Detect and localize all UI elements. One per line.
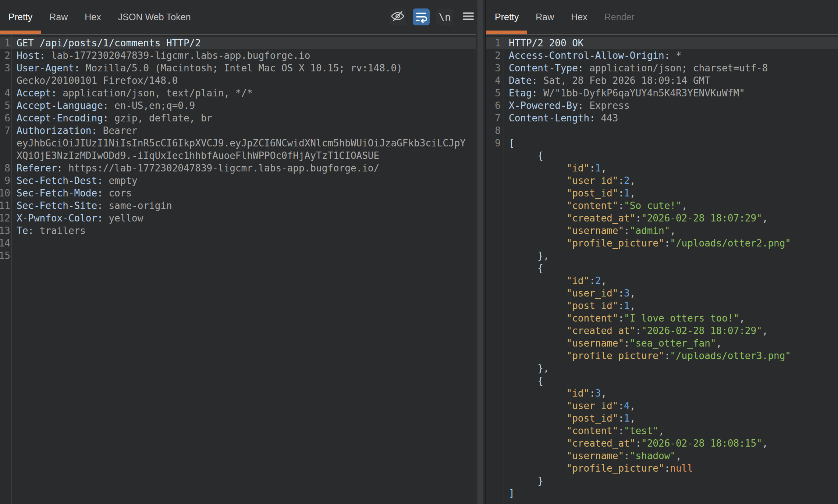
code-line[interactable]: { <box>486 375 838 387</box>
request-scrollbar-thumb[interactable] <box>477 0 483 504</box>
line-number: 15 <box>0 249 11 262</box>
code-text: "user_id":4, <box>504 400 838 412</box>
response-tabbar: Pretty Raw Hex Render <box>486 0 838 35</box>
code-line[interactable]: ] <box>486 487 838 500</box>
code-text: Content-Length: 443 <box>504 112 838 124</box>
tab-request-json-web-token[interactable]: JSON Web Token <box>110 0 199 34</box>
code-text: "created_at":"2026-02-28 18:07:29", <box>504 212 838 224</box>
code-line[interactable]: "username":"sea_otter_fan", <box>486 337 838 349</box>
line-number <box>486 412 504 425</box>
code-line[interactable]: "created_at":"2026-02-28 18:07:29", <box>486 324 838 337</box>
code-line[interactable]: "profile_picture":"/uploads/otter2.png" <box>486 237 838 249</box>
code-line[interactable]: { <box>486 149 838 162</box>
code-line[interactable]: Gecko/20100101 Firefox/148.0 <box>0 74 485 87</box>
code-line[interactable]: "user_id":2, <box>486 174 838 187</box>
line-number <box>0 137 11 149</box>
code-text: "post_id":1, <box>504 299 838 312</box>
code-text: Sec-Fetch-Site: same-origin <box>11 199 485 212</box>
code-line[interactable]: "id":3, <box>486 387 838 400</box>
code-line[interactable]: "content":"So cute!", <box>486 199 838 212</box>
code-line[interactable]: 6Accept-Encoding: gzip, deflate, br <box>0 112 485 124</box>
code-text: Gecko/20100101 Firefox/148.0 <box>11 74 485 87</box>
code-text: Etag: W/"1bb-DyfkP6qaYUY4n5K4R3YENVKuWfM… <box>504 87 838 99</box>
code-line[interactable]: 8Referer: https://lab-1772302047839-ligc… <box>0 162 485 174</box>
code-text: "user_id":2, <box>504 174 838 187</box>
code-text: { <box>504 149 838 162</box>
code-line[interactable]: 1HTTP/2 200 OK <box>486 37 838 49</box>
hide-nonprintables-button[interactable] <box>389 8 406 25</box>
word-wrap-button[interactable] <box>413 8 430 25</box>
code-line[interactable]: 5Accept-Language: en-US,en;q=0.9 <box>0 99 485 112</box>
code-line[interactable]: 7Authorization: Bearer <box>0 124 485 137</box>
request-scrollbar-track[interactable] <box>476 0 485 504</box>
line-number <box>486 287 504 299</box>
code-line[interactable]: 5Etag: W/"1bb-DyfkP6qaYUY4n5K4R3YENVKuWf… <box>486 87 838 99</box>
code-line[interactable]: 9[ <box>486 137 838 149</box>
tab-response-raw[interactable]: Raw <box>527 0 562 34</box>
line-number: 13 <box>0 224 11 237</box>
code-line[interactable]: 12X-Pwnfox-Color: yellow <box>0 212 485 224</box>
tab-response-hex[interactable]: Hex <box>562 0 596 34</box>
code-line[interactable]: 7Content-Length: 443 <box>486 112 838 124</box>
tab-request-raw[interactable]: Raw <box>41 0 76 34</box>
code-text: "id":3, <box>504 387 838 400</box>
code-line[interactable]: 2Access-Control-Allow-Origin: * <box>486 49 838 62</box>
code-line[interactable]: eyJhbGciOiJIUzI1NiIsInR5cCI6IkpXVCJ9.eyJ… <box>0 137 485 149</box>
code-line[interactable]: 11Sec-Fetch-Site: same-origin <box>0 199 485 212</box>
request-tabbar: Pretty Raw Hex JSON Web Token <box>0 0 485 35</box>
code-line[interactable]: 3Content-Type: application/json; charset… <box>486 62 838 74</box>
code-line[interactable]: "profile_picture":"/uploads/otter3.png" <box>486 349 838 362</box>
line-number: 3 <box>0 62 11 74</box>
tab-response-render: Render <box>596 0 643 34</box>
code-line[interactable]: "username":"admin", <box>486 224 838 237</box>
request-tabs: Pretty Raw Hex JSON Web Token <box>0 0 199 34</box>
tab-request-hex[interactable]: Hex <box>76 0 109 34</box>
code-line[interactable]: 15 <box>0 249 485 262</box>
line-number: 3 <box>486 62 504 74</box>
code-line[interactable]: "user_id":4, <box>486 400 838 412</box>
code-line[interactable]: XQiOjE3NzIzMDIwODd9.-iIqUxIec1hhbfAuoeFl… <box>0 149 485 162</box>
line-number: 8 <box>486 124 504 137</box>
code-line[interactable]: "id":1, <box>486 162 838 174</box>
request-editor[interactable]: 1GET /api/posts/1/comments HTTP/22Host: … <box>0 35 485 504</box>
code-line[interactable]: "created_at":"2026-02-28 18:07:29", <box>486 212 838 224</box>
code-line[interactable]: 4Accept: application/json, text/plain, *… <box>0 87 485 99</box>
code-line[interactable]: "post_id":1, <box>486 299 838 312</box>
eye-slash-icon <box>390 8 405 25</box>
code-text: Accept: application/json, text/plain, */… <box>11 87 485 99</box>
response-editor[interactable]: 1HTTP/2 200 OK2Access-Control-Allow-Orig… <box>486 35 838 504</box>
line-number <box>486 312 504 324</box>
code-line[interactable]: 10Sec-Fetch-Mode: cors <box>0 187 485 199</box>
code-line[interactable]: 8 <box>486 124 838 137</box>
code-line[interactable]: "post_id":1, <box>486 187 838 199</box>
code-line[interactable]: "content":"I love otters too!", <box>486 312 838 324</box>
code-line[interactable]: 4Date: Sat, 28 Feb 2026 18:09:14 GMT <box>486 74 838 87</box>
code-line[interactable]: 14 <box>0 237 485 249</box>
code-line[interactable]: "username":"shadow", <box>486 450 838 462</box>
code-line[interactable]: 9Sec-Fetch-Dest: empty <box>0 174 485 187</box>
code-line[interactable]: "id":2, <box>486 274 838 287</box>
code-line[interactable]: 2Host: lab-1772302047839-ligcmr.labs-app… <box>0 49 485 62</box>
line-number: 5 <box>0 99 11 112</box>
tab-request-pretty[interactable]: Pretty <box>0 0 41 34</box>
editor-menu-button[interactable] <box>460 8 477 25</box>
code-line[interactable]: } <box>486 475 838 487</box>
code-line[interactable]: "post_id":1, <box>486 412 838 425</box>
code-line[interactable]: "profile_picture":null <box>486 462 838 475</box>
code-line[interactable]: 13Te: trailers <box>0 224 485 237</box>
code-line[interactable]: 1GET /api/posts/1/comments HTTP/2 <box>0 37 485 49</box>
code-line[interactable]: "content":"test", <box>486 425 838 437</box>
code-text: }, <box>504 362 838 375</box>
code-line[interactable]: "user_id":3, <box>486 287 838 299</box>
show-newlines-button[interactable]: \n <box>436 8 453 25</box>
line-number <box>486 212 504 224</box>
code-line[interactable]: 6X-Powered-By: Express <box>486 99 838 112</box>
code-line[interactable]: { <box>486 262 838 274</box>
code-line[interactable]: 3User-Agent: Mozilla/5.0 (Macintosh; Int… <box>0 62 485 74</box>
code-line[interactable]: }, <box>486 249 838 262</box>
code-text <box>11 249 485 262</box>
tab-response-pretty[interactable]: Pretty <box>486 0 527 34</box>
code-line[interactable]: "created_at":"2026-02-28 18:08:15", <box>486 437 838 450</box>
code-text: "username":"admin", <box>504 224 838 237</box>
code-line[interactable]: }, <box>486 362 838 375</box>
